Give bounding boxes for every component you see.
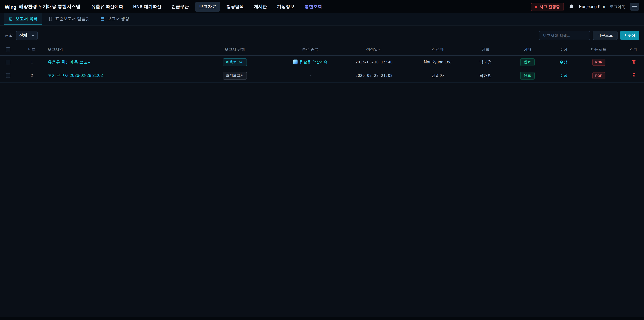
col-header-type: 보고서 유형 <box>191 44 278 55</box>
report-list-icon <box>9 17 13 21</box>
col-header-name: 보고서명 <box>48 44 191 55</box>
spill-analysis-icon <box>293 60 297 64</box>
row-number: 2 <box>16 69 48 82</box>
col-header-analysis: 분석 종류 <box>278 44 342 55</box>
col-header-jurisdiction: 관할 <box>470 44 502 55</box>
report-create-icon <box>100 17 105 21</box>
jurisdiction-filter-label: 관할 <box>5 33 13 38</box>
status-badge: 완료 <box>520 72 535 79</box>
filter-toolbar: 관할 전체 다운로드 + 수정 <box>0 26 644 44</box>
created-datetime: 2026-03-10 15:40 <box>342 55 406 69</box>
col-header-download: 다운로드 <box>574 44 624 55</box>
report-name-link[interactable]: 유출유 확산예측 보고서 <box>48 60 92 64</box>
nav-item-weather-info[interactable]: 기상정보 <box>273 2 298 12</box>
pdf-download-button[interactable]: PDF <box>592 72 605 79</box>
jurisdiction-select[interactable]: 전체 <box>16 31 38 40</box>
chevron-down-icon <box>31 34 34 37</box>
app-logo[interactable]: Wing 해양환경 위기대응 통합시스템 <box>5 4 80 10</box>
create-edit-button[interactable]: + 수정 <box>620 31 639 40</box>
row-checkbox[interactable] <box>6 73 10 78</box>
report-type-badge: 초기보고서 <box>223 72 247 79</box>
status-badge: 완료 <box>520 58 535 66</box>
nav-item-integrated-search[interactable]: 통합조회 <box>301 2 326 12</box>
col-header-no: 번호 <box>16 44 48 55</box>
jurisdiction: 남해청 <box>470 69 502 82</box>
incident-status-label: 사고 진행중 <box>540 4 560 9</box>
report-search-input[interactable] <box>539 31 590 40</box>
analysis-type: 유출유 확산예측 <box>293 59 327 64</box>
top-navbar: Wing 해양환경 위기대응 통합시스템 유출유 확산예측 HNS·대기확산 긴… <box>0 0 644 14</box>
report-type-badge: 예측보고서 <box>223 58 247 66</box>
tab-report-create[interactable]: 보고서 생성 <box>96 14 134 25</box>
nav-item-emergency-rescue[interactable]: 긴급구난 <box>168 2 192 12</box>
report-name-link[interactable]: 초기보고서 2026-02-28 21:02 <box>48 73 103 78</box>
row-number: 1 <box>16 55 48 69</box>
nav-item-hns-air-diffusion[interactable]: HNS·대기확산 <box>130 2 165 12</box>
logo-text: Wing <box>5 4 16 10</box>
col-header-delete: 삭제 <box>624 44 644 55</box>
col-header-edit: 수정 <box>554 44 574 55</box>
incident-dot-icon <box>535 6 538 8</box>
delete-trash-icon[interactable] <box>632 59 636 64</box>
notification-bell-icon[interactable] <box>568 4 574 10</box>
template-file-icon <box>48 17 53 21</box>
download-button[interactable]: 다운로드 <box>593 31 618 40</box>
tab-report-list[interactable]: 보고서 목록 <box>4 14 42 25</box>
col-header-status: 상태 <box>502 44 554 55</box>
toolbar-right: 다운로드 + 수정 <box>539 31 639 40</box>
col-header-author: 작성자 <box>406 44 470 55</box>
logout-button[interactable]: 로그아웃 <box>610 4 625 9</box>
edit-link[interactable]: 수정 <box>560 73 568 78</box>
analysis-type-empty: - <box>310 73 311 78</box>
created-datetime: 2026-02-28 21:02 <box>342 69 406 82</box>
nav-item-board[interactable]: 게시판 <box>250 2 271 12</box>
table-header-row: 번호 보고서명 보고서 유형 분석 종류 생성일시 작성자 관할 상태 수정 다… <box>0 44 644 55</box>
row-checkbox[interactable] <box>6 60 10 65</box>
nav-item-reports[interactable]: 보고자료 <box>195 2 220 12</box>
report-tabbar: 보고서 목록 표준보고서 템플릿 보고서 생성 <box>0 14 644 26</box>
tab-standard-report-template[interactable]: 표준보고서 템플릿 <box>44 14 94 25</box>
report-table: 번호 보고서명 보고서 유형 분석 종류 생성일시 작성자 관할 상태 수정 다… <box>0 44 644 82</box>
col-header-created: 생성일시 <box>342 44 406 55</box>
pdf-download-button[interactable]: PDF <box>592 59 605 66</box>
author: 관리자 <box>406 69 470 82</box>
edit-link[interactable]: 수정 <box>560 60 568 64</box>
nav-item-aerial-search[interactable]: 항공탐색 <box>223 2 248 12</box>
menu-hamburger-icon[interactable] <box>630 3 639 11</box>
incident-status-badge: 사고 진행중 <box>531 3 564 11</box>
author: NanKyung Lee <box>406 55 470 69</box>
delete-trash-icon[interactable] <box>632 73 636 78</box>
jurisdiction-select-value: 전체 <box>19 33 27 38</box>
user-name: Eunjeong Kim <box>579 4 605 9</box>
select-all-checkbox[interactable] <box>6 47 10 52</box>
main-nav: 유출유 확산예측 HNS·대기확산 긴급구난 보고자료 항공탐색 게시판 기상정… <box>88 2 326 12</box>
table-row: 1 유출유 확산예측 보고서 예측보고서 유출유 확산예측 2026-03-10… <box>0 55 644 69</box>
topbar-right: 사고 진행중 Eunjeong Kim 로그아웃 <box>531 3 639 11</box>
footer-bar <box>0 317 644 320</box>
nav-item-oil-spill-prediction[interactable]: 유출유 확산예측 <box>88 2 127 12</box>
app-window: Wing 해양환경 위기대응 통합시스템 유출유 확산예측 HNS·대기확산 긴… <box>0 0 644 320</box>
app-title: 해양환경 위기대응 통합시스템 <box>19 4 80 10</box>
analysis-type-label: 유출유 확산예측 <box>299 59 327 64</box>
table-row: 2 초기보고서 2026-02-28 21:02 초기보고서 - 2026-02… <box>0 69 644 82</box>
jurisdiction: 남해청 <box>470 55 502 69</box>
